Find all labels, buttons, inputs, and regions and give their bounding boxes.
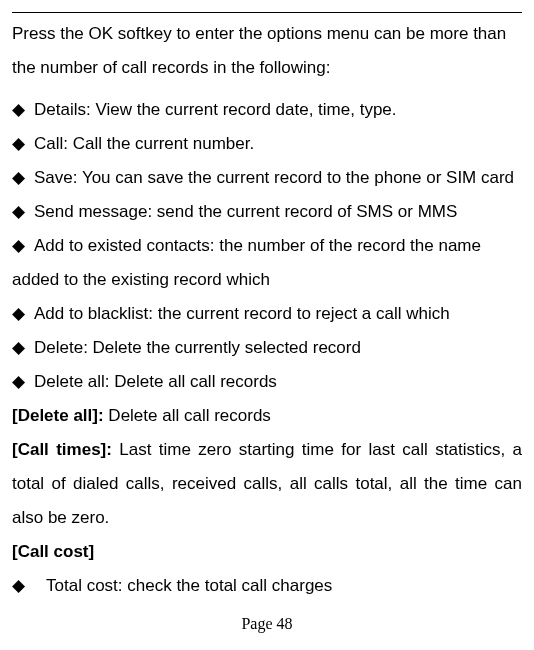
horizontal-rule	[12, 12, 522, 13]
diamond-icon: ◆	[12, 93, 34, 127]
list-item-text: Add to existed contacts: the number of t…	[12, 236, 481, 289]
list-item-text: Delete all: Delete all call records	[34, 365, 522, 399]
call-times-section: [Call times]: Last time zero starting ti…	[12, 433, 522, 535]
list-item: ◆ Delete all: Delete all call records	[12, 365, 522, 399]
list-item-text: Total cost: check the total call charges	[46, 569, 522, 603]
page-number: Page 48	[0, 616, 534, 632]
section-label: [Call times]:	[12, 440, 119, 459]
list-item-text: Add to blacklist: the current record to …	[34, 297, 522, 331]
section-text: Delete all call records	[108, 406, 271, 425]
diamond-icon: ◆	[12, 569, 46, 603]
list-item-text: Send message: send the current record of…	[34, 195, 522, 229]
diamond-icon: ◆	[12, 365, 34, 399]
list-item: ◆ Total cost: check the total call charg…	[12, 569, 522, 603]
diamond-icon: ◆	[12, 195, 34, 229]
section-label: [Delete all]:	[12, 406, 108, 425]
delete-all-section: [Delete all]: Delete all call records	[12, 399, 522, 433]
list-item-text: Call: Call the current number.	[34, 127, 522, 161]
diamond-icon: ◆	[12, 331, 34, 365]
diamond-icon: ◆	[12, 161, 34, 195]
list-item-text: Details: View the current record date, t…	[34, 93, 522, 127]
list-item: ◆Add to existed contacts: the number of …	[12, 229, 522, 297]
list-item: ◆ Call: Call the current number.	[12, 127, 522, 161]
option-list: ◆ Details: View the current record date,…	[12, 93, 522, 399]
diamond-icon: ◆	[12, 127, 34, 161]
diamond-icon: ◆	[12, 229, 34, 263]
list-item: ◆ Add to blacklist: the current record t…	[12, 297, 522, 331]
list-item: ◆ Send message: send the current record …	[12, 195, 522, 229]
list-item-text: Delete: Delete the currently selected re…	[34, 331, 522, 365]
call-cost-section: [Call cost]	[12, 535, 522, 569]
section-label: [Call cost]	[12, 542, 94, 561]
intro-paragraph: Press the OK softkey to enter the option…	[12, 17, 522, 85]
list-item-text: Save: You can save the current record to…	[34, 168, 514, 187]
page: Press the OK softkey to enter the option…	[0, 0, 534, 650]
list-item: ◆ Delete: Delete the currently selected …	[12, 331, 522, 365]
list-item: ◆ Details: View the current record date,…	[12, 93, 522, 127]
list-item: ◆Save: You can save the current record t…	[12, 161, 522, 195]
diamond-icon: ◆	[12, 297, 34, 331]
